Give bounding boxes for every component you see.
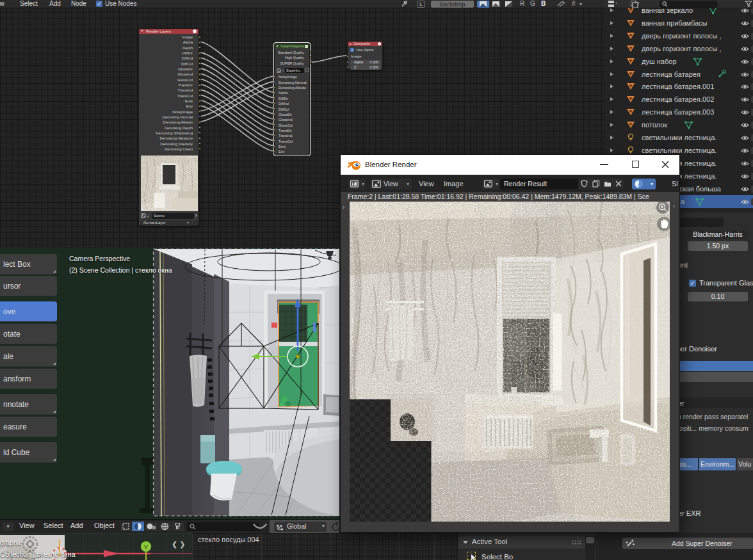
svg-text:Y: Y bbox=[144, 543, 149, 550]
